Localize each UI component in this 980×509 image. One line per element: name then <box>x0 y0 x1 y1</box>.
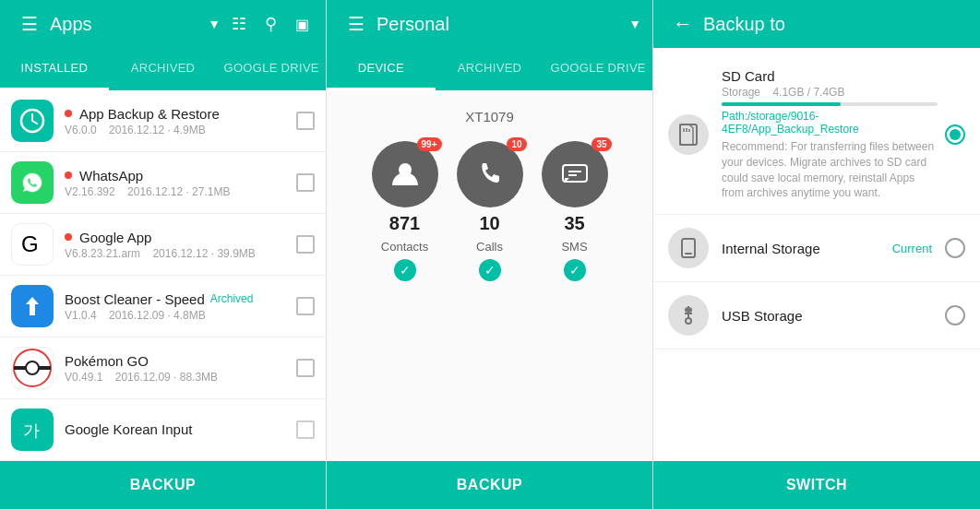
app-info: Google Korean Input <box>65 421 296 439</box>
sd-card-radio[interactable] <box>945 124 965 145</box>
menu-icon[interactable]: ☰ <box>17 11 42 37</box>
internal-storage-info: Internal Storage <box>722 241 892 256</box>
app-checkbox[interactable] <box>296 112 315 130</box>
sd-card-progress-fill <box>722 102 841 106</box>
app-checkbox[interactable] <box>296 235 315 254</box>
window-icon[interactable]: ▣ <box>289 11 315 37</box>
archived-badge: Archived <box>210 292 254 305</box>
contact-badge-sms: 35 <box>592 137 611 151</box>
backup-to-title: Backup to <box>703 14 969 35</box>
app-dot <box>65 110 72 117</box>
svg-rect-12 <box>680 124 697 145</box>
personal-tabs: Device Archived Google Drive <box>327 48 652 90</box>
usb-storage-icon <box>668 295 709 336</box>
list-item[interactable]: Boost Cleaner - Speed Archived V1.0.4 20… <box>0 276 326 337</box>
svg-text:가: 가 <box>23 421 40 440</box>
app-icon <box>11 100 54 142</box>
contact-check-calls: ✓ <box>479 259 501 281</box>
menu-icon-mid[interactable]: ☰ <box>343 11 369 37</box>
contact-item-calls[interactable]: 10 10 Calls ✓ <box>457 141 523 281</box>
apps-header: ☰ Apps ▼ ☷ ⚲ ▣ <box>0 0 326 48</box>
apps-tabs: Installed Archived Google Drive <box>0 48 326 90</box>
search-icon[interactable]: ⚲ <box>257 11 283 37</box>
personal-panel: ☰ Personal ▼ Device Archived Google Driv… <box>327 0 653 509</box>
app-icon <box>11 285 54 327</box>
internal-storage-radio[interactable] <box>945 238 965 258</box>
sd-card-storage-size: 4.1GB / 7.4GB <box>772 86 844 99</box>
app-name: Boost Cleaner - Speed <box>65 291 205 307</box>
app-icon <box>11 347 54 389</box>
usb-storage-radio[interactable] <box>945 305 965 326</box>
app-info: Pokémon GO V0.49.1 2016.12.09 · 88.3MB <box>65 353 296 384</box>
device-section: XT1079 99+ 871 Contacts ✓ <box>327 90 652 461</box>
app-info: WhatsApp V2.16.392 2016.12.12 · 27.1MB <box>65 168 296 198</box>
app-info: App Backup & Restore V6.0.0 2016.12.12 ·… <box>65 106 296 136</box>
app-meta: V6.8.23.21.arm 2016.12.12 · 39.9MB <box>65 247 296 260</box>
storage-item-internal[interactable]: Internal Storage Current <box>653 215 980 282</box>
contact-label-contacts: Contacts <box>381 240 428 254</box>
tab-google-drive-mid[interactable]: Google Drive <box>544 48 652 90</box>
contact-item-sms[interactable]: 35 35 SMS ✓ <box>542 141 608 281</box>
app-info: Google App V6.8.23.21.arm 2016.12.12 · 3… <box>65 230 296 260</box>
personal-title: Personal <box>376 14 627 35</box>
contact-badge-contacts: 99+ <box>417 137 442 151</box>
contact-item-contacts[interactable]: 99+ 871 Contacts ✓ <box>372 141 438 281</box>
sd-card-info: SD Card Storage 4.1GB / 7.4GB Path:/stor… <box>722 68 938 201</box>
personal-header: ☰ Personal ▼ <box>327 0 652 48</box>
usb-storage-name: USB Storage <box>722 308 938 324</box>
switch-button[interactable]: Switch <box>653 461 980 509</box>
app-meta: V6.0.0 2016.12.12 · 4.9MB <box>65 124 296 136</box>
back-icon[interactable]: ← <box>670 11 696 37</box>
list-item[interactable]: Pokémon GO V0.49.1 2016.12.09 · 88.3MB <box>0 337 326 399</box>
contact-label-sms: SMS <box>561 240 587 254</box>
contact-circle-wrap-sms: 35 <box>542 141 608 207</box>
contact-check-sms: ✓ <box>564 259 586 281</box>
tab-google-drive[interactable]: Google Drive <box>217 48 326 90</box>
app-dot <box>65 233 72 241</box>
storage-item-usb[interactable]: USB Storage <box>653 282 980 349</box>
list-item[interactable]: App Backup & Restore V6.0.0 2016.12.12 ·… <box>0 90 326 152</box>
sd-card-progress-bar <box>722 102 938 106</box>
list-item[interactable]: 가 Google Korean Input <box>0 399 326 461</box>
contact-count-sms: 35 <box>564 213 584 234</box>
app-name: Pokémon GO <box>65 353 149 369</box>
app-meta: V1.0.4 2016.12.09 · 4.8MB <box>65 309 296 322</box>
tab-installed[interactable]: Installed <box>0 48 109 90</box>
storage-item-sd[interactable]: SD Card Storage 4.1GB / 7.4GB Path:/stor… <box>653 55 980 215</box>
svg-point-6 <box>30 365 35 371</box>
app-checkbox[interactable] <box>296 420 315 439</box>
app-checkbox[interactable] <box>296 297 315 315</box>
list-item[interactable]: WhatsApp V2.16.392 2016.12.12 · 27.1MB <box>0 152 326 214</box>
backup-button-left[interactable]: Backup <box>0 461 326 509</box>
app-icon: G <box>11 223 54 266</box>
app-icon: 가 <box>11 408 54 451</box>
internal-current-label: Current <box>892 242 932 255</box>
contact-count-contacts: 871 <box>389 213 420 234</box>
contact-circle-wrap: 99+ <box>372 141 438 207</box>
app-name: Google App <box>79 230 151 245</box>
tab-archived-mid[interactable]: Archived <box>436 48 544 90</box>
contact-label-calls: Calls <box>476 240 503 254</box>
storage-list: SD Card Storage 4.1GB / 7.4GB Path:/stor… <box>653 48 980 461</box>
backup-to-header: ← Backup to <box>653 0 980 48</box>
backup-button-mid[interactable]: Backup <box>327 461 652 509</box>
app-checkbox[interactable] <box>296 359 315 377</box>
sd-card-radio-inner <box>950 129 961 140</box>
tab-archived[interactable]: Archived <box>109 48 218 90</box>
sd-card-icon <box>668 114 709 155</box>
app-checkbox[interactable] <box>296 173 315 192</box>
tab-device[interactable]: Device <box>327 48 436 90</box>
app-meta: V0.49.1 2016.12.09 · 88.3MB <box>65 371 296 384</box>
internal-storage-name: Internal Storage <box>722 241 892 256</box>
sd-card-storage-label: Storage 4.1GB / 7.4GB <box>722 86 938 99</box>
contact-check-contacts: ✓ <box>394 259 416 281</box>
internal-storage-icon <box>668 228 709 268</box>
apps-chevron-icon: ▼ <box>208 17 221 31</box>
svg-text:G: G <box>21 231 39 256</box>
sd-card-name: SD Card <box>722 68 938 84</box>
app-name: WhatsApp <box>79 168 143 183</box>
list-item[interactable]: G Google App V6.8.23.21.arm 2016.12.12 ·… <box>0 214 326 276</box>
app-icon <box>11 161 54 204</box>
personal-chevron-icon: ▼ <box>628 17 641 31</box>
filter-icon[interactable]: ☷ <box>226 11 252 37</box>
